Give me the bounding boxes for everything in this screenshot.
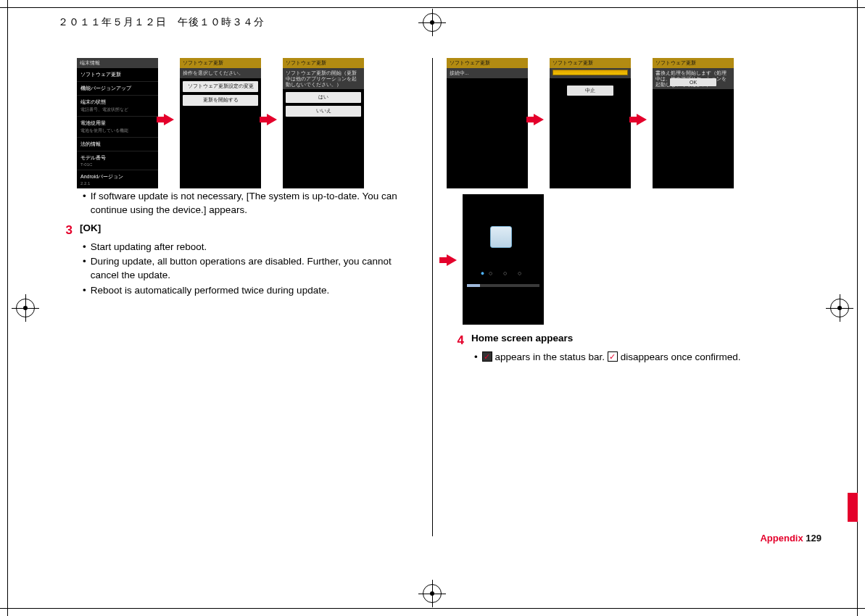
package-icon xyxy=(490,226,512,248)
text-fragment: appears in the status bar. xyxy=(495,351,605,362)
phone-title: 端末情報 xyxy=(77,58,158,68)
left-column: 端末情報 ソフトウェア更新 機能バージョンアップ 端末の状態電話番号、電波状態な… xyxy=(41,43,432,573)
arrow-right-icon xyxy=(447,254,457,266)
crop-rule-left xyxy=(7,0,8,616)
page-footer: Appendix 129 xyxy=(760,533,821,544)
arrow-right-icon xyxy=(534,114,544,125)
phone-title: ソフトウェア更新 xyxy=(447,58,528,68)
crop-rule-right xyxy=(857,0,858,616)
bullet-icon: • xyxy=(83,284,86,298)
registration-mark-bottom xyxy=(423,584,442,603)
button-cancel: 中止 xyxy=(567,86,613,96)
crop-rule-bottom xyxy=(0,608,865,609)
list-item-sub: T-01C xyxy=(80,162,154,167)
step-label: [OK] xyxy=(80,222,101,239)
note-text: If software update is not necessary, [Th… xyxy=(91,190,418,217)
list-item-label: ソフトウェア更新 xyxy=(80,71,154,78)
list-item-label: モデル番号 xyxy=(80,154,154,162)
registration-mark-left xyxy=(16,299,35,317)
list-item-sub: 電池を使用している機能 xyxy=(80,128,154,134)
list-item-label: 電池使用量 xyxy=(80,120,154,127)
phone-title: ソフトウェア更新 xyxy=(653,58,734,68)
right-column: ソフトウェア更新 接続中... ソフトウェア更新 ダウンロード中 中止 ソフトウ… xyxy=(432,43,824,573)
page-datetime: ２０１１年５月１２日 午後１０時３４分 xyxy=(58,16,265,29)
bullet-text: Reboot is automatically performed twice … xyxy=(91,284,329,298)
progress-dots-icon: ●○ ○ ○ xyxy=(463,270,544,277)
phone-title: ソフトウェア更新 xyxy=(550,58,631,68)
dialog-message: 操作を選択してください。 xyxy=(180,68,261,78)
phone-title: ソフトウェア更新 xyxy=(283,58,364,68)
bullet-text: Start updating after reboot. xyxy=(91,241,207,254)
step-number: 3 xyxy=(62,222,73,239)
phone-mock-update-menu: ソフトウェア更新 操作を選択してください。 ソフトウェア更新設定の変更 更新を開… xyxy=(180,58,261,188)
bullet-text: ✓ appears in the status bar. ✓ disappear… xyxy=(482,351,741,365)
download-progress-icon xyxy=(552,70,628,75)
phone-mock-ok: ソフトウェア更新 書換え処理を開始します（処理中は、他のアプリケーションを起動し… xyxy=(653,58,734,188)
bullet-text: During update, all button operations are… xyxy=(91,255,418,283)
page-number: 129 xyxy=(806,533,821,544)
bullet-icon: • xyxy=(474,351,478,365)
phone-mock-settings: 端末情報 ソフトウェア更新 機能バージョンアップ 端末の状態電話番号、電波状態な… xyxy=(77,58,158,188)
phone-mock-downloading: ソフトウェア更新 ダウンロード中 中止 xyxy=(550,58,631,188)
crop-rule-top xyxy=(0,7,865,8)
bullet-icon: • xyxy=(83,241,86,254)
list-item-label: Androidバージョン xyxy=(80,173,154,180)
section-label: Appendix xyxy=(760,533,803,544)
option-start-update: 更新を開始する xyxy=(183,95,258,106)
statusbar-update-icon: ✓ xyxy=(608,351,618,362)
statusbar-update-icon: ✓ xyxy=(482,351,492,362)
registration-mark-top xyxy=(423,13,442,32)
thumb-tab xyxy=(848,493,858,522)
phone-mock-confirm: ソフトウェア更新 ソフトウェア更新の開始（更新中は他のアプリケーションを起動しな… xyxy=(283,58,364,188)
bullet-icon: • xyxy=(83,190,86,217)
install-progress-icon xyxy=(467,284,539,287)
phone-mock-connecting: ソフトウェア更新 接続中... xyxy=(447,58,528,188)
arrow-right-icon xyxy=(637,114,647,125)
list-item-sub: 電話番号、電波状態など xyxy=(80,107,154,113)
text-fragment: disappears once confirmed. xyxy=(621,351,741,362)
list-item-sub: 2.2.1 xyxy=(80,181,154,186)
arrow-right-icon xyxy=(267,114,277,125)
screenshot-row-right-2: ●○ ○ ○ xyxy=(447,194,809,325)
body-text-right: 4 Home screen appears • ✓ appears in the… xyxy=(447,332,809,365)
screenshot-row-right: ソフトウェア更新 接続中... ソフトウェア更新 ダウンロード中 中止 ソフトウ… xyxy=(447,58,809,188)
screenshot-row-left: 端末情報 ソフトウェア更新 機能バージョンアップ 端末の状態電話番号、電波状態な… xyxy=(77,58,418,188)
dialog-message: ソフトウェア更新の開始（更新中は他のアプリケーションを起動しないでください。） xyxy=(283,68,364,89)
button-no: いいえ xyxy=(286,106,361,117)
list-item-label: 端末の状態 xyxy=(80,99,154,106)
arrow-right-icon xyxy=(164,114,174,125)
button-yes: はい xyxy=(286,92,361,103)
registration-mark-right xyxy=(830,299,849,317)
phone-mock-installing: ●○ ○ ○ xyxy=(463,194,544,325)
body-text-left: •If software update is not necessary, [T… xyxy=(55,190,418,298)
bullet-icon: • xyxy=(83,255,86,283)
status-text: 接続中... xyxy=(447,68,528,78)
list-item-label: 機能バージョンアップ xyxy=(80,85,154,92)
step-label: Home screen appears xyxy=(471,332,573,349)
phone-title: ソフトウェア更新 xyxy=(180,58,261,68)
list-item-label: 法的情報 xyxy=(80,141,154,148)
option-change-settings: ソフトウェア更新設定の変更 xyxy=(183,81,258,92)
button-ok: OK xyxy=(670,78,716,86)
step-number: 4 xyxy=(454,332,464,349)
